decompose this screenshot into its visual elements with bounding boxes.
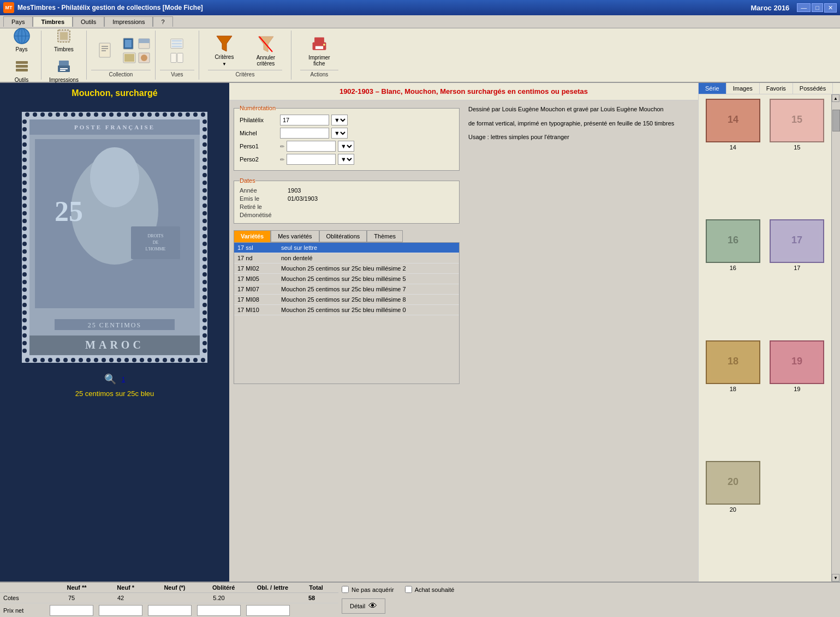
michel-input[interactable]	[280, 128, 329, 139]
variety-row[interactable]: 17 MI10Mouchon 25 centimos sur 25c bleu …	[234, 305, 459, 315]
prixnet-neuf0[interactable]	[148, 605, 192, 616]
toolbar-collection-list-btn[interactable]	[91, 40, 121, 61]
svg-point-113	[22, 341, 27, 345]
tab-varietes[interactable]: Variétés	[234, 230, 271, 242]
perso1-select[interactable]: ▼	[338, 141, 354, 152]
svg-point-35	[323, 44, 325, 46]
svg-text:16: 16	[728, 235, 738, 245]
variety-row[interactable]: 17 sslseul sur lettre	[234, 243, 459, 253]
toolbar-impressions-btn[interactable]: Impressions	[46, 56, 82, 85]
annuler-criteres-btn[interactable]: Annulercritères	[249, 34, 282, 68]
stamp-number-link[interactable]: 1	[122, 376, 125, 382]
achat-souhaite-checkbox[interactable]	[405, 586, 412, 593]
retire-label: Retiré le	[240, 203, 283, 210]
svg-point-123	[202, 181, 207, 185]
perso1-input[interactable]	[287, 141, 336, 152]
michel-select[interactable]: ▼	[331, 128, 348, 139]
svg-point-46	[102, 112, 106, 117]
perso2-row: Perso2 ✏ ▼	[240, 154, 454, 165]
thumbnail-item[interactable]: 16 16	[703, 219, 763, 336]
svg-point-128	[202, 219, 207, 223]
svg-point-57	[186, 112, 190, 117]
thumbnail-item[interactable]: 15 15	[767, 99, 827, 215]
maximize-btn[interactable]: □	[812, 3, 823, 12]
svg-rect-4	[16, 69, 28, 71]
toolbar-timbres-btn[interactable]: Timbres	[49, 26, 79, 54]
prixnet-oblitere[interactable]	[197, 605, 241, 616]
thumbnail-item[interactable]: 17 17	[767, 219, 827, 336]
zoom-icon[interactable]: 🔍	[104, 373, 116, 385]
svg-point-40	[56, 112, 60, 117]
stamp-image[interactable]: POSTE FRANÇAISE 25 25 CENTIMOS MAR	[11, 104, 218, 371]
thumbnail-item[interactable]: 14 14	[703, 99, 763, 215]
svg-point-140	[202, 310, 207, 315]
svg-point-63	[48, 358, 52, 362]
svg-point-145	[202, 349, 207, 353]
description-line1: Dessiné par Louis Eugène Mouchon et grav…	[468, 105, 694, 115]
svg-text:14: 14	[728, 114, 738, 125]
prixnet-neuf2[interactable]	[50, 605, 93, 616]
collection-icon1	[123, 37, 136, 50]
thumbnail-grid: 14 14 15 15 16 16	[699, 94, 831, 582]
thumbnail-item[interactable]: 18 18	[703, 340, 763, 457]
print-icon-sm	[55, 58, 73, 75]
svg-point-121	[202, 165, 207, 170]
variety-code: 17 MI05	[234, 274, 278, 284]
svg-rect-27	[172, 43, 182, 44]
svg-point-80	[178, 358, 182, 362]
svg-point-85	[22, 127, 27, 131]
svg-point-131	[202, 242, 207, 246]
annee-row: Année 1903	[240, 187, 454, 194]
perso1-edit-icon[interactable]: ✏	[280, 143, 284, 149]
detail-button[interactable]: Détail 👁	[342, 598, 385, 614]
prixnet-obl-lettre[interactable]	[246, 605, 290, 616]
tab-obliterations[interactable]: Oblitérations	[319, 230, 367, 242]
thumb-tab-favoris[interactable]: Favoris	[760, 83, 793, 94]
svg-point-65	[63, 358, 68, 362]
thumbnail-item[interactable]: 20 20	[703, 461, 763, 577]
variety-row[interactable]: 17 MI08Mouchon 25 centimos sur 25c bleu …	[234, 295, 459, 305]
svg-point-49	[124, 112, 129, 117]
prixnet-neuf1[interactable]	[99, 605, 142, 616]
perso2-input[interactable]	[287, 154, 336, 165]
imprimer-fiche-btn[interactable]: Imprimerfiche	[300, 34, 338, 68]
tab-themes[interactable]: Thèmes	[367, 230, 403, 242]
variety-row[interactable]: 17 MI07Mouchon 25 centimos sur 25c bleu …	[234, 284, 459, 295]
right-title: Maroc 2016	[751, 4, 790, 12]
thumb-tab-possedes[interactable]: Possédés	[793, 83, 833, 94]
svg-point-114	[22, 349, 27, 353]
variety-list[interactable]: 17 sslseul sur lettre17 ndnon dentelé17 …	[234, 242, 460, 384]
philatelix-input[interactable]	[280, 115, 329, 125]
perso2-select[interactable]: ▼	[338, 154, 354, 165]
philatelix-select[interactable]: ▼	[331, 115, 348, 125]
thumbnail-item[interactable]: 19 19	[767, 340, 827, 457]
menu-tab-impressions[interactable]: Impressions	[104, 16, 153, 27]
criteres-btn[interactable]: Critères ▼	[208, 33, 241, 68]
svg-point-107	[22, 295, 27, 299]
thumb-tab-images[interactable]: Images	[726, 83, 760, 94]
thumb-tab-serie[interactable]: Série	[699, 83, 726, 94]
menu-tab-help[interactable]: ?	[153, 16, 172, 27]
criteres-label: Critères	[215, 54, 234, 60]
svg-point-118	[202, 142, 207, 147]
variety-row[interactable]: 17 MI02Mouchon 25 centimos sur 25c bleu …	[234, 263, 459, 274]
tab-mes-varietes[interactable]: Mes variétés	[271, 230, 319, 242]
thumb-num: 18	[730, 386, 736, 392]
svg-point-84	[22, 119, 27, 124]
annuler-criteres-label: Annulercritères	[257, 55, 275, 67]
variety-row[interactable]: 17 MI05Mouchon 25 centimos sur 25c bleu …	[234, 274, 459, 284]
variety-row[interactable]: 17 ndnon dentelé	[234, 253, 459, 263]
collection-icon2	[123, 51, 136, 64]
toolbar-pays-btn[interactable]: Pays	[7, 26, 37, 54]
minimize-btn[interactable]: —	[797, 3, 811, 12]
ne-pas-acquerir-checkbox[interactable]	[342, 586, 349, 593]
svg-point-72	[117, 358, 121, 362]
variety-code: 17 MI02	[234, 263, 278, 274]
svg-point-93	[22, 188, 27, 193]
svg-point-91	[22, 173, 27, 177]
svg-point-141	[202, 318, 207, 322]
toolbar-outils-btn[interactable]: Outils	[7, 56, 37, 85]
annee-value: 1903	[288, 187, 301, 194]
svg-point-37	[33, 112, 37, 117]
perso2-edit-icon[interactable]: ✏	[280, 157, 284, 163]
